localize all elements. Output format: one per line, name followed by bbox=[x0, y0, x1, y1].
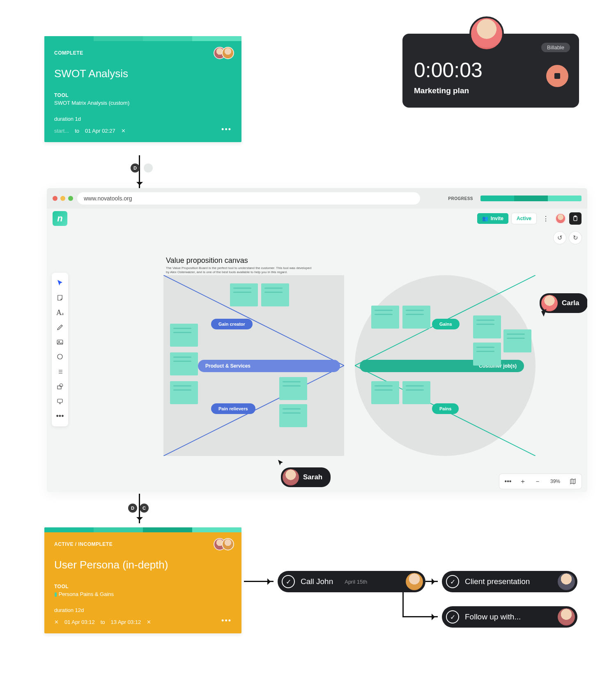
card-tabs bbox=[44, 36, 241, 41]
timer-avatar[interactable] bbox=[469, 16, 504, 51]
task-presentation[interactable]: ✓ Client presentation bbox=[442, 571, 577, 592]
clipboard-icon[interactable] bbox=[569, 212, 582, 225]
gains-label[interactable]: Gains bbox=[432, 319, 460, 329]
note-tool[interactable] bbox=[53, 291, 67, 305]
card-status: COMPLETE bbox=[54, 50, 232, 56]
close-icon[interactable]: ✕ bbox=[147, 619, 151, 625]
card-dates: ✕ 01 Apr 03:12 to 13 Apr 03:12 ✕ bbox=[54, 619, 232, 625]
timer-task: Marketing plan bbox=[414, 86, 568, 95]
kebab-icon[interactable]: ⋮ bbox=[540, 212, 552, 225]
header-avatar[interactable] bbox=[555, 213, 566, 224]
undo-button[interactable]: ↺ bbox=[554, 232, 566, 244]
start-date[interactable]: 01 Apr 03:12 bbox=[64, 619, 95, 625]
redo-button[interactable]: ↻ bbox=[569, 232, 582, 244]
sticky-note[interactable] bbox=[473, 315, 501, 338]
avatar[interactable] bbox=[558, 608, 575, 626]
billable-badge[interactable]: Billable bbox=[541, 43, 570, 52]
avatar[interactable] bbox=[222, 47, 234, 59]
bolt-icon: ▮ bbox=[54, 591, 57, 597]
tool-name: ▮ Persona Pains & Gains bbox=[54, 591, 232, 597]
url-input[interactable] bbox=[77, 192, 420, 205]
presence-sarah[interactable]: Sarah bbox=[281, 467, 331, 487]
sticky-note[interactable] bbox=[371, 381, 399, 404]
node-d[interactable]: D bbox=[128, 504, 137, 513]
presence-name: Carla bbox=[562, 299, 579, 307]
image-tool[interactable] bbox=[53, 335, 67, 349]
more-tools[interactable]: ••• bbox=[53, 409, 67, 423]
node-light[interactable] bbox=[144, 163, 153, 173]
present-tool[interactable] bbox=[53, 394, 67, 408]
close-icon[interactable]: ✕ bbox=[54, 619, 59, 625]
zoom-out-button[interactable]: － bbox=[531, 474, 545, 488]
pains-label[interactable]: Pains bbox=[432, 403, 459, 414]
stop-button[interactable] bbox=[546, 65, 568, 87]
maximize-window-icon[interactable] bbox=[68, 196, 73, 201]
more-icon[interactable]: ••• bbox=[221, 125, 232, 134]
sticky-note[interactable] bbox=[279, 404, 307, 427]
people-icon: 👥 bbox=[482, 216, 488, 221]
toolbox: Aa ••• bbox=[52, 273, 68, 426]
sticky-note[interactable] bbox=[170, 324, 198, 347]
gain-creator-label[interactable]: Gain creator bbox=[211, 319, 253, 329]
close-icon[interactable]: ✕ bbox=[121, 128, 126, 134]
task-date: April 15th bbox=[345, 579, 367, 585]
node-c[interactable]: C bbox=[140, 504, 149, 513]
minimize-window-icon[interactable] bbox=[60, 196, 65, 201]
task-label: Call John bbox=[301, 577, 333, 586]
sticky-note[interactable] bbox=[503, 329, 531, 352]
sticky-note[interactable] bbox=[402, 381, 430, 404]
card-title: SWOT Analysis bbox=[54, 67, 232, 80]
zoom-more-icon[interactable]: ••• bbox=[501, 474, 515, 488]
zoom-level[interactable]: 39% bbox=[545, 474, 565, 488]
svg-point-3 bbox=[59, 341, 60, 342]
text-tool[interactable]: Aa bbox=[53, 306, 67, 320]
svg-rect-7 bbox=[57, 399, 62, 403]
zoom-in-button[interactable]: ＋ bbox=[516, 474, 530, 488]
sticky-note[interactable] bbox=[473, 343, 501, 366]
presence-carla[interactable]: Carla bbox=[540, 293, 587, 313]
canvas-subtitle: The Value Proposition Board is the perfe… bbox=[166, 266, 314, 275]
sticky-note[interactable] bbox=[261, 283, 289, 306]
sticky-note[interactable] bbox=[279, 377, 307, 400]
end-date[interactable]: 13 Apr 03:12 bbox=[111, 619, 141, 625]
task-call[interactable]: ✓ Call John April 15th bbox=[278, 571, 425, 592]
end-date[interactable]: 01 Apr 02:27 bbox=[85, 128, 115, 134]
task-label: Client presentation bbox=[465, 577, 530, 586]
check-icon[interactable]: ✓ bbox=[446, 575, 459, 588]
sticky-note[interactable] bbox=[371, 306, 399, 329]
invite-button[interactable]: 👥 Invite bbox=[477, 213, 508, 224]
canvas-title: Value proposition canvas bbox=[166, 256, 248, 265]
active-button[interactable]: Active bbox=[512, 213, 536, 224]
more-icon[interactable]: ••• bbox=[221, 617, 232, 625]
task-followup[interactable]: ✓ Follow up with... bbox=[442, 606, 577, 628]
shape-tool[interactable] bbox=[53, 380, 67, 393]
persona-card[interactable]: ACTIVE / INCOMPLETE User Persona (in-dep… bbox=[44, 527, 241, 633]
start-hint[interactable]: start... bbox=[54, 128, 69, 134]
sticky-note[interactable] bbox=[170, 381, 198, 404]
sticky-note[interactable] bbox=[170, 352, 198, 375]
product-services-label[interactable]: Product & Services bbox=[198, 360, 340, 372]
card-status: ACTIVE / INCOMPLETE bbox=[54, 541, 232, 547]
sticky-note[interactable] bbox=[230, 283, 258, 306]
progress-label: PROGRESS bbox=[448, 196, 473, 201]
card-tabs bbox=[44, 527, 241, 532]
pointer-tool[interactable] bbox=[53, 276, 67, 290]
connector-arrow bbox=[402, 616, 438, 617]
app-logo[interactable]: n bbox=[53, 211, 67, 226]
list-tool[interactable] bbox=[53, 365, 67, 379]
check-icon[interactable]: ✓ bbox=[282, 575, 295, 588]
pencil-tool[interactable] bbox=[53, 320, 67, 334]
avatar[interactable] bbox=[222, 538, 234, 550]
close-window-icon[interactable] bbox=[53, 196, 57, 201]
swot-card[interactable]: COMPLETE SWOT Analysis TOOL SWOT Matrix … bbox=[44, 36, 241, 142]
avatar[interactable] bbox=[558, 573, 575, 590]
check-icon[interactable]: ✓ bbox=[446, 610, 459, 623]
zoom-bar: ••• ＋ － 39% bbox=[499, 474, 582, 489]
avatar[interactable] bbox=[406, 573, 423, 590]
node-d[interactable]: D bbox=[131, 163, 140, 173]
progress-bar bbox=[480, 196, 582, 201]
comment-tool[interactable] bbox=[53, 350, 67, 364]
map-icon[interactable] bbox=[566, 474, 580, 488]
sticky-note[interactable] bbox=[402, 306, 430, 329]
pain-relievers-label[interactable]: Pain relievers bbox=[211, 403, 255, 414]
